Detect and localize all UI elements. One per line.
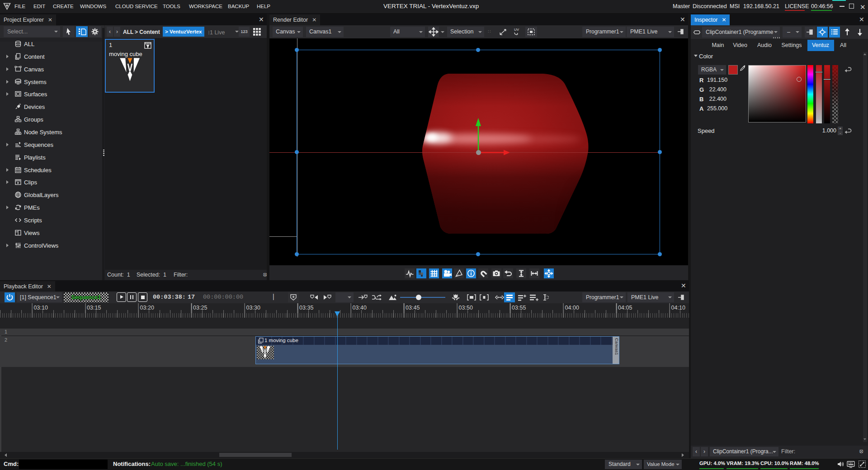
svg-text:UV: UV bbox=[514, 28, 519, 32]
